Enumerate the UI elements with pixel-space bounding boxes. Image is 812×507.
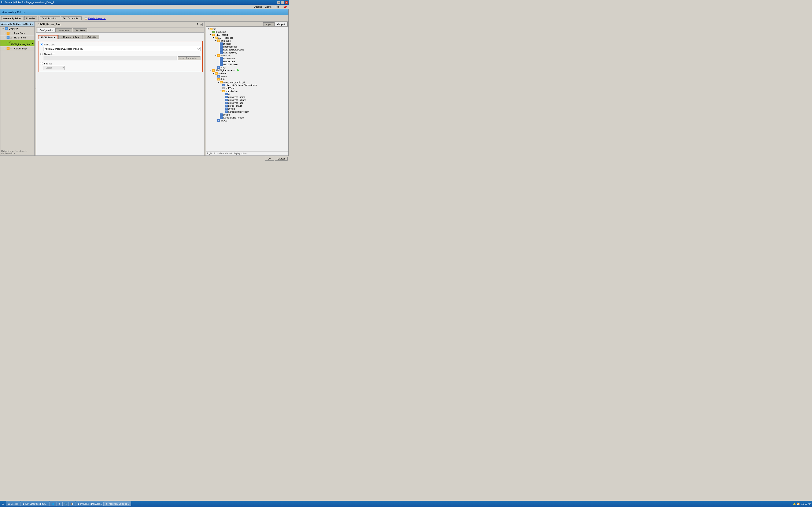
toggle-statusline[interactable]: ▼ <box>215 54 217 57</box>
toggle-getresponse[interactable]: ▼ <box>212 37 215 39</box>
right-splitter[interactable]: ⋮ <box>204 21 206 156</box>
tree-node-success[interactable]: f success <box>207 42 288 45</box>
subtab-document-root[interactable]: → Document Root <box>58 35 82 39</box>
toggle-json-parser-result[interactable]: ▼ <box>210 69 212 72</box>
maximize-button[interactable]: □ <box>281 1 284 4</box>
toggle-ns0root[interactable]: ▼ <box>212 72 215 74</box>
details-inspector-link[interactable]: Details Inspector <box>88 17 106 20</box>
tree-node-ns0root[interactable]: ▼ 📁 ns0:root <box>207 72 288 75</box>
tree-node-status[interactable]: f status <box>207 75 288 78</box>
tree-node-data-anon-choice[interactable]: ▼ 📁 data_anon_choice_0 <box>207 81 288 83</box>
palette-label: Palette <box>22 23 29 25</box>
administration-button[interactable]: Administration... <box>40 16 60 20</box>
doc-root-arrow: → <box>61 36 63 39</box>
string-set-select[interactable]: top/REST:result/GETResponse/body <box>44 47 200 51</box>
panel-arrow-right[interactable]: ► <box>32 23 34 25</box>
help-button[interactable]: ? <box>196 23 199 26</box>
toolbar-separator <box>38 16 39 20</box>
toggle-objectvalue[interactable]: ▼ <box>220 90 222 92</box>
string-set-radio[interactable] <box>40 43 43 46</box>
outline-item-output-step[interactable]: ▸ ⬚ 4. Output Step <box>0 47 35 51</box>
menu-options[interactable]: Options <box>253 5 263 8</box>
tree-node-getresponse[interactable]: ▼ 📁 GETResponse <box>207 36 288 39</box>
tree-node-objectvalue[interactable]: ▼ 📁 objectValue <box>207 90 288 93</box>
toggle-top[interactable]: ▼ <box>207 28 210 30</box>
tree-node-json-parser-result[interactable]: ▼ 📁 JSON_Parser:result <box>207 69 288 72</box>
toggle-callstatus[interactable]: ▼ <box>215 40 217 42</box>
assembly-editor-tab[interactable]: Assembly Editor <box>1 16 23 20</box>
insert-parameter-button[interactable]: Insert Parameter... <box>177 56 200 60</box>
icon-profile-image: f <box>225 105 228 107</box>
icon-employee-age: f <box>225 102 228 104</box>
tab-output[interactable]: Output <box>274 22 288 26</box>
file-set-radio[interactable] <box>40 62 43 65</box>
tree-node-type-root[interactable]: f @type <box>207 119 288 122</box>
tree-node-statusline[interactable]: ▼ 📁 statusLine <box>207 54 288 57</box>
tree-node-body[interactable]: f body <box>207 66 288 69</box>
tree-node-rest-result[interactable]: ▼ 📁 REST:result <box>207 34 288 36</box>
libraries-tab[interactable]: Libraries <box>24 16 37 20</box>
close-button[interactable]: ✕ <box>285 1 288 4</box>
menu-about[interactable]: About <box>264 5 272 8</box>
single-file-radio[interactable] <box>40 53 43 55</box>
tree-node-profile-image[interactable]: f profile_image <box>207 104 288 107</box>
step-title-bar: JSON_Parser_Step ? ✕ <box>36 21 204 27</box>
assembly-outline-label: Assembly Outline <box>1 23 21 25</box>
tree-node-faulthttpbody[interactable]: f faultHttpBody <box>207 51 288 54</box>
ok-button[interactable]: OK <box>265 157 274 161</box>
source-section: String set: top/REST:result/GETResponse/… <box>38 41 203 72</box>
tree-node-employee-age[interactable]: f employee_age <box>207 101 288 104</box>
icon-data: 📁 <box>217 78 220 80</box>
file-set-select[interactable]: Select <box>44 66 65 70</box>
tree-node-faulthttpstatuscode[interactable]: f faultHttpStatusCode <box>207 48 288 51</box>
window-controls: — □ ✕ <box>277 1 288 4</box>
tree-node-type-obj[interactable]: f @type <box>207 107 288 110</box>
tree-node-inputlinks[interactable]: ⇨ InputLinks <box>207 31 288 34</box>
tree-node-data[interactable]: ▼ 📁 data <box>207 78 288 81</box>
tree-node-nullvalue[interactable]: s nullValue <box>207 87 288 90</box>
tree-node-ispresent-obj[interactable]: f e2res:@@isPresent <box>207 110 288 113</box>
tree-node-employee-name[interactable]: f employee_name <box>207 96 288 99</box>
menu-help[interactable]: Help <box>274 5 281 8</box>
toggle-data-anon[interactable]: ▼ <box>217 81 220 83</box>
toggle-data[interactable]: ▼ <box>215 78 217 80</box>
tree-node-errormessage[interactable]: f errorMessage <box>207 45 288 48</box>
icon-id: f <box>225 93 228 95</box>
left-splitter[interactable]: ⋮ <box>35 21 36 156</box>
tree-node-id[interactable]: f id <box>207 93 288 96</box>
tree-node-statuscode[interactable]: f statusCode <box>207 60 288 63</box>
label-faulthttpbody: faultHttpBody <box>223 51 237 54</box>
tree-node-httpversion[interactable]: f httpVersion <box>207 57 288 60</box>
close-step-button[interactable]: ✕ <box>200 23 203 26</box>
tree-node-ispresent-choice[interactable]: f e2res:@@isPresent <box>207 116 288 119</box>
subtab-validation[interactable]: → Validation <box>82 35 100 39</box>
tree-node-top[interactable]: ▼ 📁 top <box>207 27 288 31</box>
label-statuscode: statusCode <box>223 60 235 63</box>
minimize-button[interactable]: — <box>277 1 281 4</box>
tree-node-callstatus[interactable]: ▼ 📁 callStatus <box>207 39 288 42</box>
icon-json-parser-result: 📁 <box>212 69 215 72</box>
cancel-button[interactable]: Cancel <box>275 157 288 161</box>
tab-test-data[interactable]: Test Data <box>73 28 87 32</box>
app-title: Assembly Editor <box>2 11 26 14</box>
right-panel-bottom: Right-click an item above to display opt… <box>206 151 289 156</box>
outline-item-json-parser[interactable]: ▸ ⬚ 3. JSON_Parser_Step ► <box>0 40 35 47</box>
details-inspector-icon: 📋 <box>84 17 88 20</box>
outline-item-overview[interactable]: ▼ ⊡ Overview <box>0 26 35 31</box>
tree-node-employee-salary[interactable]: f employee_salary <box>207 99 288 101</box>
outline-item-input-step[interactable]: ▸ ⬚ 1. Input Step <box>0 31 35 36</box>
tab-input[interactable]: Input <box>263 22 274 26</box>
label-id: id <box>228 93 230 95</box>
tree-node-choice-discriminator[interactable]: f e2res:@@choiceDiscriminator <box>207 83 288 87</box>
header-right: Palette ◄ ► <box>22 23 34 25</box>
single-file-input[interactable] <box>44 56 177 60</box>
tree-node-type-choice[interactable]: f @type <box>207 113 288 116</box>
outline-item-rest-step[interactable]: ▸ ⬚ 2. REST Step <box>0 36 35 40</box>
subtab-json-source[interactable]: JSON Source <box>38 35 58 39</box>
test-assembly-button[interactable]: Test Assembly... <box>61 16 82 20</box>
panel-arrow-left[interactable]: ◄ <box>29 23 31 25</box>
tree-node-reasonphrase[interactable]: f reasonPhrase <box>207 63 288 66</box>
tab-information[interactable]: Information <box>56 28 72 32</box>
toggle-rest-result[interactable]: ▼ <box>210 34 212 36</box>
tab-configuration[interactable]: Configuration <box>37 28 56 32</box>
